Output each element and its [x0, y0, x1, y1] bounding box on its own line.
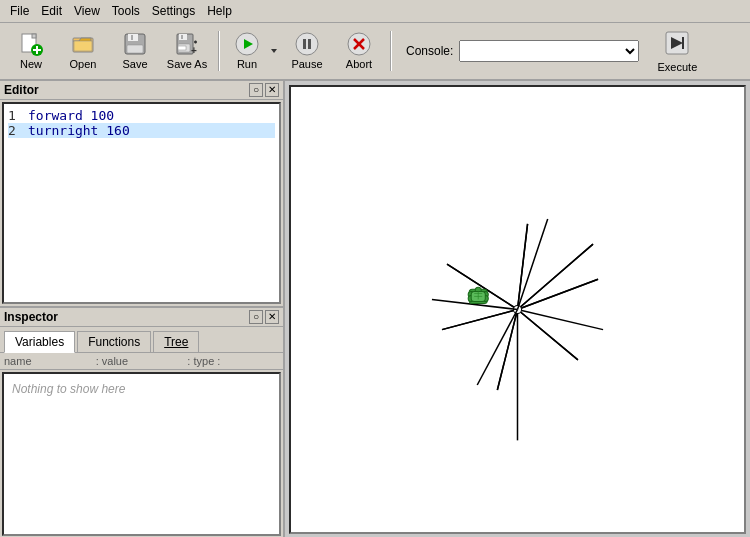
- toolbar-separator-1: [218, 31, 220, 71]
- svg-rect-13: [181, 35, 183, 39]
- svg-rect-16: [178, 46, 186, 50]
- saveas-label: Save As: [167, 58, 207, 70]
- line-code-2: turnright 160: [28, 123, 130, 138]
- inspector-controls: ○ ✕: [249, 310, 279, 324]
- editor-line-2: 2 turnright 160: [8, 123, 275, 138]
- open-icon: [71, 32, 95, 56]
- pause-button[interactable]: Pause: [282, 27, 332, 75]
- save-icon: [123, 32, 147, 56]
- console-label: Console:: [406, 44, 453, 58]
- line-number-1: 1: [8, 108, 20, 123]
- open-button[interactable]: Open: [58, 27, 108, 75]
- new-button[interactable]: New: [6, 27, 56, 75]
- toolbar-separator-2: [390, 31, 392, 71]
- canvas-inner[interactable]: [289, 85, 746, 534]
- inspector-tabs: Variables Functions Tree: [0, 327, 283, 353]
- run-group: Run: [226, 27, 280, 75]
- tab-variables[interactable]: Variables: [4, 331, 75, 353]
- editor-title: Editor: [4, 83, 39, 97]
- run-dropdown-button[interactable]: [268, 27, 280, 75]
- svg-line-36: [497, 310, 517, 391]
- menu-file[interactable]: File: [4, 2, 35, 20]
- svg-rect-6: [74, 41, 92, 51]
- line-number-2: 2: [8, 123, 20, 138]
- run-button[interactable]: Run: [226, 27, 268, 75]
- menubar: File Edit View Tools Settings Help: [0, 0, 750, 23]
- execute-button[interactable]: Execute: [649, 27, 705, 75]
- console-select[interactable]: [459, 40, 639, 62]
- svg-line-38: [442, 310, 518, 330]
- editor-line-1: 1 forward 100: [8, 108, 275, 123]
- menu-help[interactable]: Help: [201, 2, 238, 20]
- svg-line-50: [477, 310, 517, 386]
- execute-icon: [663, 29, 691, 59]
- toolbar: New Open Save: [0, 23, 750, 81]
- svg-marker-21: [271, 49, 277, 53]
- editor-content[interactable]: 1 forward 100 2 turnright 160: [2, 102, 281, 304]
- inspector-header: Inspector ○ ✕: [0, 308, 283, 327]
- svg-line-32: [518, 279, 599, 309]
- tab-tree[interactable]: Tree: [153, 331, 199, 352]
- editor-float-button[interactable]: ○: [249, 83, 263, 97]
- editor-close-button[interactable]: ✕: [265, 83, 279, 97]
- canvas-svg: [291, 87, 744, 532]
- col-name: name: [4, 355, 96, 367]
- line-code-1: forward 100: [28, 108, 114, 123]
- svg-rect-24: [308, 39, 311, 49]
- menu-edit[interactable]: Edit: [35, 2, 68, 20]
- save-button[interactable]: Save: [110, 27, 160, 75]
- svg-text:+: +: [191, 45, 197, 56]
- pause-label: Pause: [291, 58, 322, 70]
- turtle-drawing: [432, 219, 603, 440]
- menu-settings[interactable]: Settings: [146, 2, 201, 20]
- run-icon: [235, 32, 259, 56]
- run-label: Run: [237, 58, 257, 70]
- inspector-table-header: name : value : type :: [0, 353, 283, 370]
- col-value: : value: [96, 355, 188, 367]
- inspector-float-button[interactable]: ○: [249, 310, 263, 324]
- col-type: : type :: [187, 355, 279, 367]
- saveas-icon: +: [175, 32, 199, 56]
- menu-view[interactable]: View: [68, 2, 106, 20]
- console-area: Console:: [406, 40, 639, 62]
- left-panel: Editor ○ ✕ 1 forward 100 2 turnright 160: [0, 81, 285, 537]
- execute-label: Execute: [658, 61, 698, 73]
- turtle-icon: [468, 287, 488, 303]
- svg-rect-23: [303, 39, 306, 49]
- svg-rect-1: [32, 34, 36, 38]
- save-label: Save: [122, 58, 147, 70]
- abort-label: Abort: [346, 58, 372, 70]
- svg-rect-9: [131, 35, 133, 40]
- inspector-close-button[interactable]: ✕: [265, 310, 279, 324]
- menu-tools[interactable]: Tools: [106, 2, 146, 20]
- new-icon: [19, 32, 43, 56]
- inspector-body: Nothing to show here: [2, 372, 281, 536]
- editor-header: Editor ○ ✕: [0, 81, 283, 100]
- main-layout: Editor ○ ✕ 1 forward 100 2 turnright 160: [0, 81, 750, 537]
- new-label: New: [20, 58, 42, 70]
- saveas-button[interactable]: + Save As: [162, 27, 212, 75]
- editor-panel: Editor ○ ✕ 1 forward 100 2 turnright 160: [0, 81, 283, 308]
- canvas-area: [285, 81, 750, 537]
- svg-rect-10: [127, 45, 143, 53]
- pause-icon: [295, 32, 319, 56]
- abort-button[interactable]: Abort: [334, 27, 384, 75]
- inspector-title: Inspector: [4, 310, 58, 324]
- editor-controls: ○ ✕: [249, 83, 279, 97]
- svg-point-22: [296, 33, 318, 55]
- inspector-panel: Inspector ○ ✕ Variables Functions Tree n…: [0, 308, 283, 537]
- empty-message: Nothing to show here: [12, 382, 125, 396]
- open-label: Open: [70, 58, 97, 70]
- tab-functions[interactable]: Functions: [77, 331, 151, 352]
- abort-icon: [347, 32, 371, 56]
